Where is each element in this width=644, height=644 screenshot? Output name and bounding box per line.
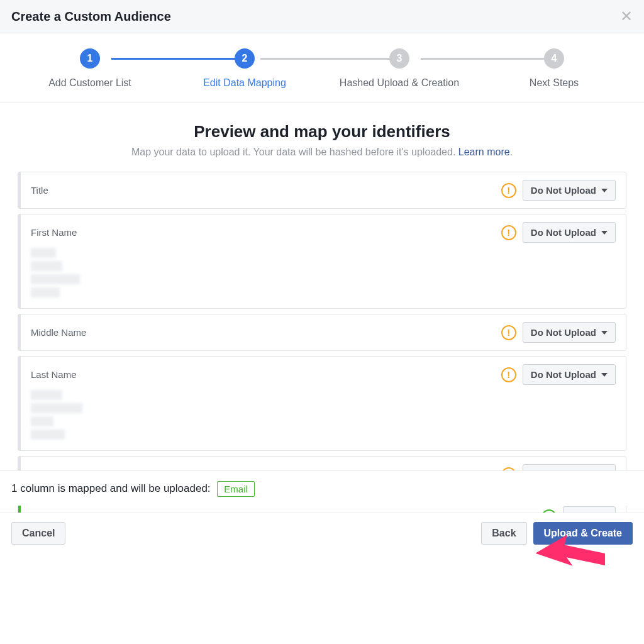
preview-item: [31, 390, 62, 400]
warning-icon: !: [501, 325, 516, 340]
step-4-circle: 4: [544, 48, 564, 69]
warning-icon: !: [501, 225, 516, 240]
stepper: 1 Add Customer List 2 Edit Data Mapping …: [0, 33, 644, 103]
chevron-down-icon: [601, 331, 608, 335]
row-label: First Name: [31, 227, 77, 238]
dropdown-label: Do Not Upload: [531, 327, 596, 338]
mapping-row-middle-name: Middle Name ! Do Not Upload: [18, 314, 626, 351]
section-period: .: [510, 147, 513, 157]
preview-item: [31, 403, 82, 413]
chevron-down-icon: [601, 189, 608, 192]
chevron-down-icon: [601, 231, 608, 235]
learn-more-link[interactable]: Learn more: [458, 147, 510, 157]
data-preview: [31, 248, 616, 297]
preview-item: [31, 248, 56, 258]
cancel-button[interactable]: Cancel: [11, 522, 65, 545]
warning-icon: !: [501, 367, 516, 382]
section-subtitle: Map your data to upload it. Your data wi…: [0, 147, 644, 158]
mapping-dropdown[interactable]: Do Not Upload: [523, 364, 616, 385]
section-header: Preview and map your identifiers Map you…: [0, 122, 644, 158]
mapping-row-last-name: Last Name ! Do Not Upload: [18, 356, 626, 451]
upload-and-create-button[interactable]: Upload & Create: [533, 522, 633, 545]
step-2-label: Edit Data Mapping: [203, 77, 286, 89]
step-4[interactable]: 4 Next Steps: [477, 48, 631, 89]
mapped-columns-summary: 1 column is mapped and will be uploaded:…: [0, 470, 644, 506]
modal: Create a Custom Audience ✕ 1 Add Custome…: [0, 0, 644, 553]
step-4-label: Next Steps: [530, 77, 579, 89]
step-2-circle: 2: [235, 48, 255, 69]
modal-title: Create a Custom Audience: [11, 9, 171, 24]
preview-item: [31, 416, 53, 426]
modal-footer: Cancel Back Upload & Create: [0, 513, 644, 553]
row-label: Last Name: [31, 369, 77, 380]
mapped-column-chip: Email: [217, 481, 255, 497]
summary-text: 1 column is mapped and will be uploaded:: [11, 482, 211, 494]
section-title: Preview and map your identifiers: [0, 122, 644, 142]
preview-item: [31, 430, 65, 440]
step-3[interactable]: 3 Hashed Upload & Creation: [322, 48, 477, 89]
step-1-circle: 1: [80, 48, 100, 69]
warning-icon: !: [501, 183, 516, 198]
row-label: Middle Name: [31, 327, 86, 338]
mapping-dropdown[interactable]: Do Not Upload: [523, 180, 616, 201]
step-2[interactable]: 2 Edit Data Mapping: [167, 48, 322, 89]
step-3-circle: 3: [389, 48, 409, 69]
data-preview: [31, 390, 616, 440]
mapping-row-title: Title ! Do Not Upload: [18, 172, 626, 209]
section-subtitle-text: Map your data to upload it. Your data wi…: [131, 147, 458, 157]
preview-item: [31, 261, 62, 271]
row-label: Title: [31, 185, 48, 196]
preview-item: [31, 287, 60, 297]
modal-header: Create a Custom Audience ✕: [0, 0, 644, 33]
step-1[interactable]: 1 Add Customer List: [13, 48, 167, 89]
close-icon[interactable]: ✕: [620, 9, 633, 24]
dropdown-label: Do Not Upload: [531, 369, 596, 380]
mapping-row-first-name: First Name ! Do Not Upload: [18, 214, 626, 309]
dropdown-label: Do Not Upload: [531, 185, 596, 196]
back-button[interactable]: Back: [481, 522, 526, 545]
chevron-down-icon: [601, 373, 608, 377]
preview-item: [31, 274, 80, 284]
mapping-dropdown[interactable]: Do Not Upload: [523, 222, 616, 243]
mapping-dropdown[interactable]: Do Not Upload: [523, 322, 616, 343]
step-3-label: Hashed Upload & Creation: [340, 77, 459, 89]
step-1-label: Add Customer List: [48, 77, 131, 89]
dropdown-label: Do Not Upload: [531, 227, 596, 238]
